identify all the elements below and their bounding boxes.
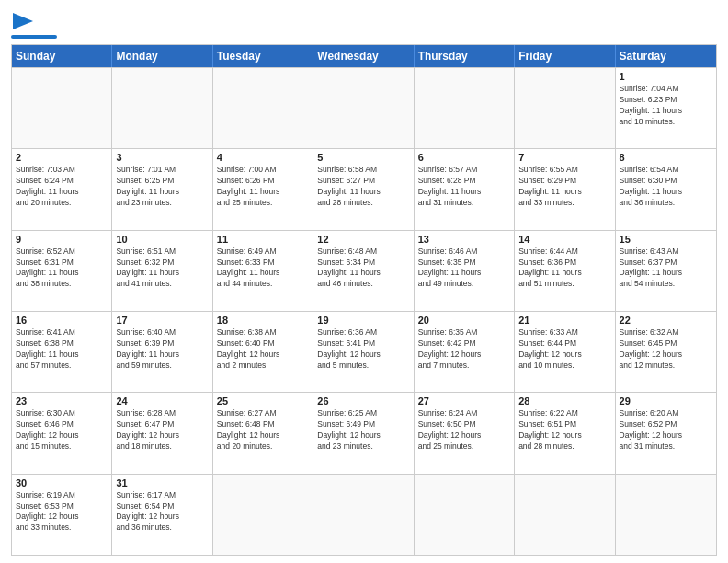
calendar-cell: 31Sunrise: 6:17 AMSunset: 6:54 PMDayligh… (112, 475, 212, 555)
calendar-cell (515, 68, 615, 148)
day-number: 18 (217, 315, 309, 326)
cell-info: Sunrise: 6:52 AMSunset: 6:31 PMDaylight:… (16, 247, 108, 291)
day-number: 9 (16, 234, 108, 245)
day-number: 29 (620, 396, 712, 407)
cell-info: Sunrise: 6:36 AMSunset: 6:41 PMDaylight:… (317, 327, 409, 372)
calendar-cell: 20Sunrise: 6:35 AMSunset: 6:42 PMDayligh… (415, 312, 515, 392)
day-number: 25 (217, 396, 309, 407)
calendar-cell: 8Sunrise: 6:54 AMSunset: 6:30 PMDaylight… (616, 149, 716, 229)
header-day-saturday: Saturday (616, 45, 716, 67)
calendar-cell: 30Sunrise: 6:19 AMSunset: 6:53 PMDayligh… (12, 475, 112, 555)
day-number: 28 (518, 396, 610, 407)
cell-info: Sunrise: 6:43 AMSunset: 6:37 PMDaylight:… (620, 247, 712, 291)
header (11, 9, 717, 39)
calendar-row-5: 23Sunrise: 6:30 AMSunset: 6:46 PMDayligh… (12, 392, 716, 473)
cell-info: Sunrise: 6:19 AMSunset: 6:53 PMDaylight:… (16, 490, 108, 534)
calendar-cell: 19Sunrise: 6:36 AMSunset: 6:41 PMDayligh… (313, 312, 414, 392)
calendar-cell: 7Sunrise: 6:55 AMSunset: 6:29 PMDaylight… (515, 149, 615, 229)
day-number: 13 (418, 234, 510, 245)
calendar-cell: 27Sunrise: 6:24 AMSunset: 6:50 PMDayligh… (415, 393, 515, 473)
cell-info: Sunrise: 6:32 AMSunset: 6:45 PMDaylight:… (620, 327, 712, 372)
calendar-cell: 29Sunrise: 6:20 AMSunset: 6:52 PMDayligh… (616, 393, 716, 473)
calendar-header: SundayMondayTuesdayWednesdayThursdayFrid… (12, 45, 716, 67)
calendar-cell: 11Sunrise: 6:49 AMSunset: 6:33 PMDayligh… (213, 231, 313, 311)
calendar-cell (415, 68, 515, 148)
calendar-cell: 14Sunrise: 6:44 AMSunset: 6:36 PMDayligh… (515, 231, 615, 311)
cell-info: Sunrise: 6:35 AMSunset: 6:42 PMDaylight:… (418, 327, 510, 372)
calendar-cell: 18Sunrise: 6:38 AMSunset: 6:40 PMDayligh… (213, 312, 313, 392)
header-day-monday: Monday (112, 45, 212, 67)
calendar-cell (313, 68, 414, 148)
day-number: 5 (317, 152, 409, 163)
header-day-friday: Friday (515, 45, 615, 67)
day-number: 12 (317, 234, 409, 245)
cell-info: Sunrise: 6:44 AMSunset: 6:36 PMDaylight:… (518, 247, 610, 291)
cell-info: Sunrise: 6:49 AMSunset: 6:33 PMDaylight:… (217, 247, 309, 291)
logo-bar (11, 35, 57, 39)
cell-info: Sunrise: 7:04 AMSunset: 6:23 PMDaylight:… (620, 84, 712, 128)
cell-info: Sunrise: 6:17 AMSunset: 6:54 PMDaylight:… (116, 490, 208, 534)
calendar-cell (213, 475, 313, 555)
calendar-cell: 10Sunrise: 6:51 AMSunset: 6:32 PMDayligh… (112, 231, 212, 311)
day-number: 23 (16, 396, 108, 407)
logo-triangle-icon (13, 13, 33, 29)
header-day-sunday: Sunday (12, 45, 112, 67)
cell-info: Sunrise: 6:20 AMSunset: 6:52 PMDaylight:… (620, 408, 712, 453)
cell-info: Sunrise: 6:33 AMSunset: 6:44 PMDaylight:… (518, 327, 610, 372)
svg-marker-0 (13, 13, 33, 29)
cell-info: Sunrise: 6:25 AMSunset: 6:49 PMDaylight:… (317, 408, 409, 453)
cell-info: Sunrise: 6:30 AMSunset: 6:46 PMDaylight:… (16, 408, 108, 453)
calendar-row-3: 9Sunrise: 6:52 AMSunset: 6:31 PMDaylight… (12, 230, 716, 311)
page: SundayMondayTuesdayWednesdayThursdayFrid… (0, 0, 728, 563)
day-number: 19 (317, 315, 409, 326)
day-number: 20 (418, 315, 510, 326)
calendar-row-4: 16Sunrise: 6:41 AMSunset: 6:38 PMDayligh… (12, 311, 716, 392)
calendar-cell: 15Sunrise: 6:43 AMSunset: 6:37 PMDayligh… (616, 231, 716, 311)
day-number: 27 (418, 396, 510, 407)
day-number: 21 (518, 315, 610, 326)
day-number: 6 (418, 152, 510, 163)
day-number: 31 (116, 477, 208, 488)
calendar-cell: 21Sunrise: 6:33 AMSunset: 6:44 PMDayligh… (515, 312, 615, 392)
calendar-cell (112, 68, 212, 148)
day-number: 1 (620, 71, 712, 82)
day-number: 7 (518, 152, 610, 163)
cell-info: Sunrise: 6:24 AMSunset: 6:50 PMDaylight:… (418, 408, 510, 453)
calendar-cell: 6Sunrise: 6:57 AMSunset: 6:28 PMDaylight… (415, 149, 515, 229)
calendar-cell: 17Sunrise: 6:40 AMSunset: 6:39 PMDayligh… (112, 312, 212, 392)
calendar-cell: 3Sunrise: 7:01 AMSunset: 6:25 PMDaylight… (112, 149, 212, 229)
cell-info: Sunrise: 6:58 AMSunset: 6:27 PMDaylight:… (317, 165, 409, 209)
cell-info: Sunrise: 6:40 AMSunset: 6:39 PMDaylight:… (116, 327, 208, 372)
header-day-wednesday: Wednesday (313, 45, 414, 67)
cell-info: Sunrise: 6:22 AMSunset: 6:51 PMDaylight:… (518, 408, 610, 453)
cell-info: Sunrise: 6:46 AMSunset: 6:35 PMDaylight:… (418, 247, 510, 291)
calendar-row-2: 2Sunrise: 7:03 AMSunset: 6:24 PMDaylight… (12, 148, 716, 229)
calendar-cell: 13Sunrise: 6:46 AMSunset: 6:35 PMDayligh… (415, 231, 515, 311)
cell-info: Sunrise: 6:55 AMSunset: 6:29 PMDaylight:… (518, 165, 610, 209)
calendar-cell: 5Sunrise: 6:58 AMSunset: 6:27 PMDaylight… (313, 149, 414, 229)
calendar-cell: 2Sunrise: 7:03 AMSunset: 6:24 PMDaylight… (12, 149, 112, 229)
calendar-body: 1Sunrise: 7:04 AMSunset: 6:23 PMDaylight… (12, 67, 716, 555)
calendar-cell (515, 475, 615, 555)
calendar-cell: 24Sunrise: 6:28 AMSunset: 6:47 PMDayligh… (112, 393, 212, 473)
calendar-cell (616, 475, 716, 555)
cell-info: Sunrise: 6:54 AMSunset: 6:30 PMDaylight:… (620, 165, 712, 209)
cell-info: Sunrise: 6:27 AMSunset: 6:48 PMDaylight:… (217, 408, 309, 453)
calendar-cell: 4Sunrise: 7:00 AMSunset: 6:26 PMDaylight… (213, 149, 313, 229)
day-number: 30 (16, 477, 108, 488)
day-number: 17 (116, 315, 208, 326)
day-number: 16 (16, 315, 108, 326)
calendar: SundayMondayTuesdayWednesdayThursdayFrid… (11, 44, 717, 556)
cell-info: Sunrise: 6:51 AMSunset: 6:32 PMDaylight:… (116, 247, 208, 291)
cell-info: Sunrise: 7:03 AMSunset: 6:24 PMDaylight:… (16, 165, 108, 209)
calendar-cell: 12Sunrise: 6:48 AMSunset: 6:34 PMDayligh… (313, 231, 414, 311)
cell-info: Sunrise: 6:38 AMSunset: 6:40 PMDaylight:… (217, 327, 309, 372)
calendar-cell: 9Sunrise: 6:52 AMSunset: 6:31 PMDaylight… (12, 231, 112, 311)
calendar-row-6: 30Sunrise: 6:19 AMSunset: 6:53 PMDayligh… (12, 474, 716, 555)
header-day-thursday: Thursday (415, 45, 515, 67)
day-number: 26 (317, 396, 409, 407)
calendar-cell: 28Sunrise: 6:22 AMSunset: 6:51 PMDayligh… (515, 393, 615, 473)
logo (11, 9, 57, 39)
day-number: 15 (620, 234, 712, 245)
day-number: 24 (116, 396, 208, 407)
